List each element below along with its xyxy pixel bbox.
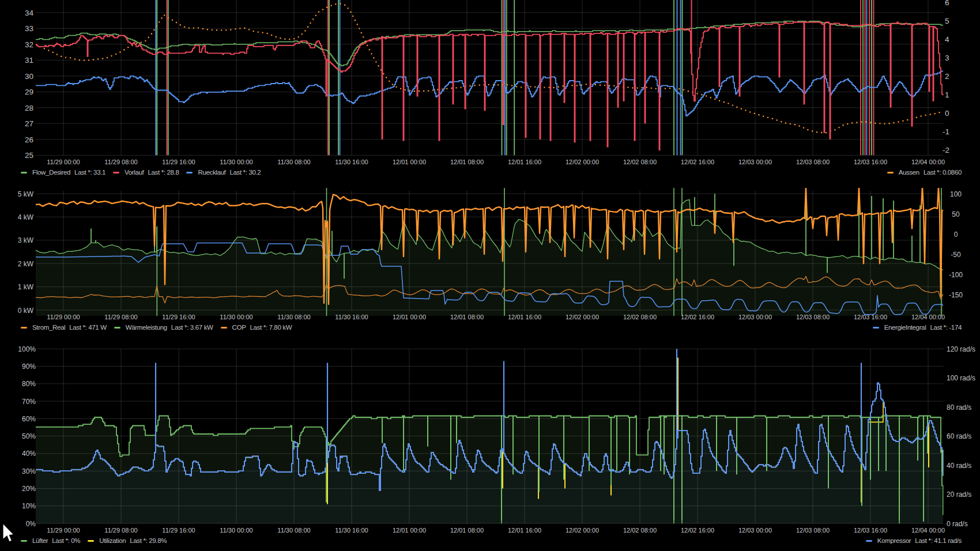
svg-text:100 rad/s: 100 rad/s bbox=[947, 374, 975, 382]
svg-text:12/03 08:00: 12/03 08:00 bbox=[796, 527, 830, 534]
svg-text:12/01 00:00: 12/01 00:00 bbox=[393, 527, 426, 534]
svg-text:-150: -150 bbox=[949, 291, 963, 299]
svg-text:5: 5 bbox=[945, 17, 949, 25]
svg-text:12/02 08:00: 12/02 08:00 bbox=[623, 527, 657, 534]
svg-text:3 kW: 3 kW bbox=[18, 236, 34, 244]
svg-text:0: 0 bbox=[945, 109, 949, 118]
svg-text:11/30 08:00: 11/30 08:00 bbox=[277, 158, 310, 165]
svg-text:12/03 16:00: 12/03 16:00 bbox=[854, 158, 887, 165]
svg-text:120 rad/s: 120 rad/s bbox=[947, 345, 975, 353]
svg-text:12/01 00:00: 12/01 00:00 bbox=[393, 158, 426, 165]
svg-text:11/29 00:00: 11/29 00:00 bbox=[47, 158, 80, 165]
svg-text:11/30 00:00: 11/30 00:00 bbox=[220, 158, 252, 165]
svg-text:12/03 08:00: 12/03 08:00 bbox=[796, 158, 830, 165]
svg-text:25: 25 bbox=[25, 151, 33, 160]
svg-text:12/03 00:00: 12/03 00:00 bbox=[738, 158, 772, 165]
svg-text:32: 32 bbox=[25, 40, 33, 49]
svg-text:30: 30 bbox=[25, 72, 33, 81]
svg-text:11/29 08:00: 11/29 08:00 bbox=[104, 527, 137, 534]
svg-text:12/03 00:00: 12/03 00:00 bbox=[738, 527, 772, 534]
svg-text:20%: 20% bbox=[22, 485, 36, 493]
svg-text:34: 34 bbox=[25, 9, 34, 17]
svg-text:26: 26 bbox=[25, 135, 33, 144]
svg-text:12/02 16:00: 12/02 16:00 bbox=[681, 527, 714, 534]
svg-text:40 rad/s: 40 rad/s bbox=[947, 462, 971, 470]
svg-text:90%: 90% bbox=[22, 363, 36, 371]
svg-text:-100: -100 bbox=[949, 271, 963, 279]
svg-text:11/30 00:00: 11/30 00:00 bbox=[220, 527, 252, 534]
svg-text:-1: -1 bbox=[943, 127, 949, 136]
svg-text:33: 33 bbox=[25, 24, 33, 33]
svg-text:50: 50 bbox=[952, 210, 960, 218]
svg-text:12/01 08:00: 12/01 08:00 bbox=[450, 158, 484, 165]
svg-text:11/29 16:00: 11/29 16:00 bbox=[162, 158, 195, 165]
svg-text:10%: 10% bbox=[22, 502, 36, 510]
svg-text:1: 1 bbox=[945, 90, 949, 99]
svg-text:0%: 0% bbox=[26, 520, 36, 528]
svg-text:12/02 16:00: 12/02 16:00 bbox=[681, 158, 714, 165]
svg-text:-2: -2 bbox=[943, 146, 949, 154]
svg-text:11/29 00:00: 11/29 00:00 bbox=[47, 527, 80, 534]
svg-text:29: 29 bbox=[25, 88, 33, 96]
svg-text:12/01 16:00: 12/01 16:00 bbox=[508, 527, 541, 534]
svg-text:60%: 60% bbox=[22, 415, 36, 423]
svg-text:27: 27 bbox=[25, 119, 33, 128]
svg-text:2: 2 bbox=[945, 72, 949, 81]
svg-text:-50: -50 bbox=[951, 251, 961, 259]
svg-text:70%: 70% bbox=[22, 398, 36, 406]
svg-text:100%: 100% bbox=[18, 345, 36, 353]
svg-text:11/30 16:00: 11/30 16:00 bbox=[335, 158, 368, 165]
svg-text:0 kW: 0 kW bbox=[18, 307, 34, 315]
svg-text:12/02 00:00: 12/02 00:00 bbox=[566, 158, 599, 165]
svg-text:12/01 16:00: 12/01 16:00 bbox=[508, 158, 541, 165]
svg-text:80 rad/s: 80 rad/s bbox=[947, 403, 971, 412]
svg-text:11/30 08:00: 11/30 08:00 bbox=[277, 527, 310, 534]
svg-text:20 rad/s: 20 rad/s bbox=[947, 490, 971, 499]
svg-text:50%: 50% bbox=[22, 432, 36, 440]
svg-text:11/30 16:00: 11/30 16:00 bbox=[335, 527, 368, 534]
svg-text:12/04 00:00: 12/04 00:00 bbox=[911, 158, 945, 165]
svg-text:2 kW: 2 kW bbox=[18, 260, 34, 268]
svg-text:5 kW: 5 kW bbox=[18, 190, 34, 198]
svg-text:28: 28 bbox=[25, 104, 33, 112]
svg-text:11/29 16:00: 11/29 16:00 bbox=[162, 527, 195, 534]
svg-text:40%: 40% bbox=[22, 450, 36, 458]
svg-text:30%: 30% bbox=[22, 467, 36, 475]
svg-text:100: 100 bbox=[950, 190, 962, 198]
svg-text:0: 0 bbox=[954, 231, 958, 239]
svg-text:12/04 00:00: 12/04 00:00 bbox=[911, 527, 945, 534]
svg-text:4: 4 bbox=[945, 35, 949, 44]
svg-text:80%: 80% bbox=[22, 380, 36, 388]
svg-text:31: 31 bbox=[25, 56, 33, 65]
svg-text:4 kW: 4 kW bbox=[18, 213, 34, 221]
svg-text:3: 3 bbox=[945, 54, 949, 62]
svg-text:12/01 08:00: 12/01 08:00 bbox=[450, 527, 484, 534]
svg-text:1 kW: 1 kW bbox=[18, 283, 34, 291]
svg-text:11/29 08:00: 11/29 08:00 bbox=[104, 158, 137, 165]
svg-text:12/02 00:00: 12/02 00:00 bbox=[566, 527, 599, 534]
svg-text:12/03 16:00: 12/03 16:00 bbox=[854, 527, 887, 534]
svg-text:6: 6 bbox=[945, 0, 949, 7]
svg-text:12/02 08:00: 12/02 08:00 bbox=[623, 158, 657, 165]
svg-text:60 rad/s: 60 rad/s bbox=[947, 432, 971, 440]
svg-text:0 rad/s: 0 rad/s bbox=[947, 520, 968, 528]
